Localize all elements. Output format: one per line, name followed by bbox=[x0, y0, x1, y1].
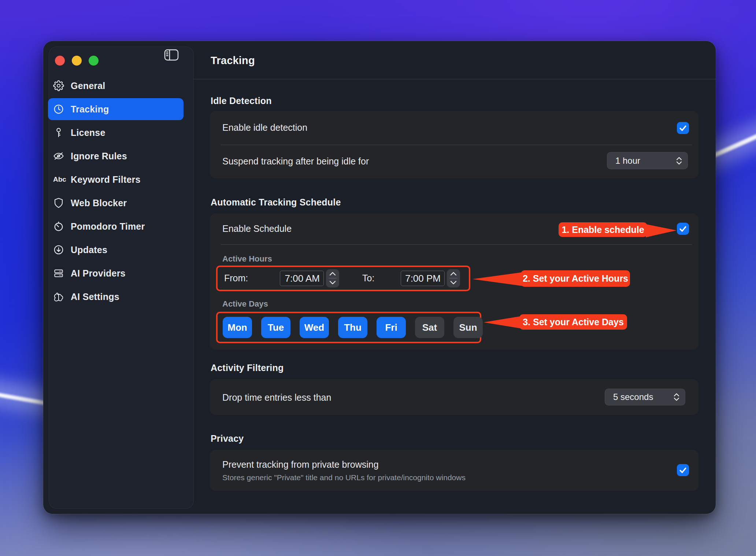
drop-entries-label: Drop time entries less than bbox=[222, 392, 331, 403]
day-button-sun[interactable]: Sun bbox=[453, 317, 483, 338]
minimize-button[interactable] bbox=[72, 56, 82, 66]
annotation-step2-badge: 2. Set your Active Hours bbox=[521, 270, 630, 287]
settings-window: General Tracking License Ignore Rules Ab… bbox=[43, 41, 716, 514]
activity-filtering-card: Drop time entries less than 5 seconds bbox=[210, 379, 698, 415]
sidebar-item-updates[interactable]: Updates bbox=[48, 239, 184, 261]
server-icon bbox=[53, 268, 66, 279]
chevron-up-down-icon bbox=[675, 156, 683, 166]
idle-duration-dropdown[interactable]: 1 hour bbox=[607, 152, 688, 169]
stepper-up-icon[interactable] bbox=[449, 270, 458, 278]
to-label: To: bbox=[362, 273, 374, 283]
section-title-idle-detection: Idle Detection bbox=[211, 96, 272, 106]
annotation-step3-badge: 3. Set your Active Days bbox=[519, 314, 627, 330]
row-divider bbox=[221, 145, 692, 145]
active-days-label: Active Days bbox=[222, 299, 268, 309]
private-browsing-label: Prevent tracking from private browsing bbox=[222, 459, 379, 470]
active-hours-annotation-box: From: 7:00 AM To: 7:00 PM bbox=[216, 266, 470, 291]
sidebar-item-general[interactable]: General bbox=[48, 75, 184, 97]
section-title-schedule: Automatic Tracking Schedule bbox=[211, 197, 341, 208]
active-hours-label: Active Hours bbox=[222, 254, 272, 264]
enable-schedule-label: Enable Schedule bbox=[222, 223, 292, 234]
brain-icon bbox=[53, 291, 66, 302]
sidebar-item-label: Ignore Rules bbox=[71, 151, 127, 162]
abc-icon: Abc bbox=[53, 174, 66, 185]
day-button-fri[interactable]: Fri bbox=[377, 317, 406, 338]
timer-icon bbox=[53, 221, 66, 232]
desktop-wallpaper: General Tracking License Ignore Rules Ab… bbox=[0, 0, 756, 556]
day-button-sat[interactable]: Sat bbox=[415, 317, 444, 338]
sidebar-item-tracking[interactable]: Tracking bbox=[48, 98, 184, 120]
from-label: From: bbox=[224, 273, 248, 283]
section-title-privacy: Privacy bbox=[211, 433, 244, 444]
sidebar-item-label: Web Blocker bbox=[71, 198, 127, 208]
eye-off-icon bbox=[53, 151, 66, 162]
drop-entries-dropdown[interactable]: 5 seconds bbox=[605, 389, 685, 405]
enable-idle-detection-label: Enable idle detection bbox=[222, 122, 307, 133]
sidebar-item-label: AI Providers bbox=[71, 268, 126, 279]
day-button-thu[interactable]: Thu bbox=[338, 317, 367, 338]
sidebar-item-license[interactable]: License bbox=[48, 122, 184, 144]
stepper-down-icon[interactable] bbox=[328, 278, 337, 286]
private-browsing-checkbox[interactable] bbox=[677, 464, 689, 476]
page-title: Tracking bbox=[211, 55, 255, 67]
titlebar-divider bbox=[194, 79, 716, 79]
to-time-stepper[interactable] bbox=[447, 269, 460, 288]
day-button-mon[interactable]: Mon bbox=[223, 317, 252, 338]
chevron-up-down-icon bbox=[672, 392, 681, 402]
sidebar-item-pomodoro-timer[interactable]: Pomodoro Timer bbox=[48, 215, 184, 237]
suspend-tracking-label: Suspend tracking after being idle for bbox=[222, 156, 369, 167]
zoom-button[interactable] bbox=[89, 56, 99, 66]
check-icon bbox=[678, 224, 688, 233]
sidebar-item-label: AI Settings bbox=[71, 292, 119, 302]
sidebar-item-keyword-filters[interactable]: Abc Keyword Filters bbox=[48, 168, 184, 190]
idle-duration-value: 1 hour bbox=[615, 156, 640, 166]
clock-icon bbox=[53, 104, 66, 115]
close-button[interactable] bbox=[55, 56, 65, 66]
privacy-card: Prevent tracking from private browsing S… bbox=[210, 450, 698, 491]
enable-idle-detection-checkbox[interactable] bbox=[677, 122, 689, 134]
check-icon bbox=[678, 123, 688, 133]
gear-icon bbox=[53, 80, 66, 91]
key-icon bbox=[53, 127, 66, 138]
download-circle-icon bbox=[53, 244, 66, 255]
to-time-field[interactable]: 7:00 PM bbox=[401, 271, 445, 286]
row-divider bbox=[221, 244, 692, 245]
sidebar-item-label: General bbox=[71, 81, 105, 91]
from-time-field[interactable]: 7:00 AM bbox=[280, 271, 324, 286]
day-button-tue[interactable]: Tue bbox=[261, 317, 290, 338]
section-title-activity-filtering: Activity Filtering bbox=[211, 363, 284, 373]
check-icon bbox=[678, 466, 688, 475]
day-button-wed[interactable]: Wed bbox=[300, 317, 329, 338]
sidebar-toggle-icon[interactable] bbox=[164, 49, 179, 61]
annotation-step1-badge: 1. Enable schedule bbox=[559, 222, 647, 237]
sidebar-item-ignore-rules[interactable]: Ignore Rules bbox=[48, 145, 184, 167]
sidebar-item-label: License bbox=[71, 127, 105, 138]
stepper-down-icon[interactable] bbox=[449, 278, 458, 286]
enable-schedule-checkbox[interactable] bbox=[677, 223, 689, 235]
active-days-annotation-box: Mon Tue Wed Thu Fri Sat Sun bbox=[216, 312, 481, 343]
sidebar-item-ai-settings[interactable]: AI Settings bbox=[48, 286, 184, 308]
sidebar-nav: General Tracking License Ignore Rules Ab… bbox=[48, 75, 184, 309]
sidebar-item-ai-providers[interactable]: AI Providers bbox=[48, 262, 184, 284]
idle-detection-card: Enable idle detection Suspend tracking a… bbox=[210, 111, 698, 178]
from-time-stepper[interactable] bbox=[326, 269, 339, 288]
sidebar-item-label: Updates bbox=[71, 245, 107, 255]
sidebar-item-label: Keyword Filters bbox=[71, 174, 141, 185]
stepper-up-icon[interactable] bbox=[328, 270, 337, 278]
private-browsing-sublabel: Stores generic "Private" title and no UR… bbox=[222, 473, 466, 482]
sidebar-item-label: Tracking bbox=[71, 104, 109, 115]
shield-icon bbox=[53, 197, 66, 208]
drop-entries-value: 5 seconds bbox=[613, 392, 653, 402]
sidebar-item-web-blocker[interactable]: Web Blocker bbox=[48, 192, 184, 214]
sidebar-item-label: Pomodoro Timer bbox=[71, 221, 145, 232]
